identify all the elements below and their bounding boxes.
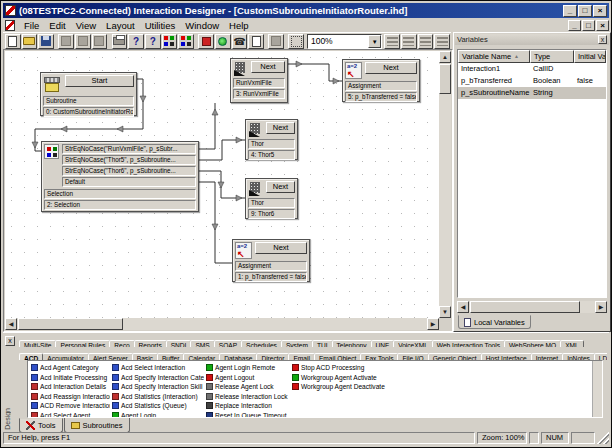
align-center-button[interactable]	[401, 34, 417, 49]
debug-button[interactable]	[248, 34, 264, 49]
publish-button[interactable]	[268, 34, 284, 49]
doc-minimize-button[interactable]: _	[568, 20, 581, 31]
grid-button[interactable]	[288, 34, 304, 49]
node-type-row[interactable]: Subroutine	[43, 96, 134, 106]
title-bar[interactable]: (08TESTPC2-Connected) Interaction Design…	[3, 3, 609, 18]
palette-item[interactable]: Acd Agent Category	[31, 363, 110, 373]
menu-view[interactable]: View	[71, 19, 101, 32]
node-label-row[interactable]: 4: Thor5	[248, 150, 295, 160]
node-run-vxml-file[interactable]: Next RunVxmlFile 3: RunVxmlFile	[230, 58, 288, 103]
node-type-row[interactable]: Thor	[248, 198, 295, 208]
palette-tab[interactable]: Web Interaction Tools	[432, 340, 505, 347]
palette-item[interactable]: Acd Select Interaction	[112, 363, 204, 373]
palette-item[interactable]: Acd Select Agent	[31, 411, 110, 419]
selection-case-row[interactable]: StrEqNoCase("Thor6", p_sSubroutine...	[62, 166, 196, 176]
palette-tab[interactable]: Email	[288, 353, 315, 360]
palette-tab[interactable]: File I/O	[397, 353, 428, 360]
toolbox-button[interactable]	[162, 34, 178, 49]
canvas-horizontal-scrollbar[interactable]: ◀ ▶	[5, 318, 439, 330]
selection-case-row[interactable]: Default	[62, 177, 196, 187]
variable-row[interactable]: Interaction1 CallID	[458, 63, 606, 75]
doc-restore-button[interactable]: □	[582, 20, 595, 31]
palette-item[interactable]: Acd Reassign Interaction	[31, 392, 110, 402]
palette-tab[interactable]: Personal Rules	[55, 340, 110, 347]
align-top-button[interactable]	[418, 34, 434, 49]
node-type-row[interactable]: Selection	[44, 189, 196, 199]
palette-tab[interactable]: Multi-Site	[19, 340, 56, 347]
palette-item[interactable]: Acd Specify Interaction Category	[112, 373, 204, 383]
next-exit-button[interactable]: Next	[255, 242, 307, 254]
palette-item[interactable]: Release Interaction Lock	[206, 392, 291, 402]
align-left-button[interactable]	[384, 34, 400, 49]
menu-edit[interactable]: Edit	[44, 19, 70, 32]
doc-close-button[interactable]: ×	[596, 20, 609, 31]
palette-item[interactable]: Acd Specify Interaction Skill	[112, 382, 204, 392]
column-header-initial-value[interactable]: Initial Value	[574, 50, 606, 63]
help-button[interactable]: ?	[128, 34, 144, 49]
palette-tab[interactable]: LDAP	[594, 353, 607, 360]
palette-tab[interactable]: VoiceXML	[393, 340, 433, 347]
run-button[interactable]	[215, 34, 231, 49]
palette-item[interactable]: Agent Logout	[206, 373, 291, 383]
node-type-row[interactable]: RunVxmlFile	[233, 78, 285, 88]
new-document-button[interactable]	[5, 34, 21, 49]
palette-tab[interactable]: UNF	[371, 340, 395, 347]
node-selection[interactable]: StrEqNoCase("RunVxmlFile", p_sSubr...Str…	[41, 141, 199, 212]
palette-tab[interactable]: Director	[256, 353, 289, 360]
align-bottom-button[interactable]	[434, 34, 450, 49]
palette-tab[interactable]: System	[281, 340, 313, 347]
print-button[interactable]	[112, 34, 128, 49]
variables-panel-titlebar[interactable]: Variables x	[455, 34, 609, 45]
resize-grip[interactable]	[597, 432, 609, 444]
scroll-up-icon[interactable]: ▲	[439, 51, 451, 63]
selection-case-row[interactable]: StrEqNoCase("RunVxmlFile", p_sSubr...	[62, 144, 196, 154]
palette-tab[interactable]: XML	[560, 340, 584, 347]
palette-tab[interactable]: Internet	[531, 353, 563, 360]
palette-tab[interactable]: Alert Server	[88, 353, 133, 360]
node-label-row[interactable]: 2: Selection	[44, 200, 196, 210]
palette-item[interactable]: Acd Interaction Details	[31, 382, 110, 392]
palette-tab[interactable]: Email Object	[314, 353, 361, 360]
variables-horizontal-scrollbar[interactable]: ◀ ▶	[457, 301, 607, 313]
scroll-right-icon[interactable]: ▶	[427, 318, 439, 330]
copy-button[interactable]	[75, 34, 91, 49]
canvas-vertical-scrollbar[interactable]: ▲ ▼	[439, 51, 451, 318]
flow-canvas[interactable]: Start Subroutine 0: CustomSubroutineInit…	[5, 51, 439, 318]
node-type-row[interactable]: Thor	[248, 139, 295, 149]
menu-layout[interactable]: Layout	[101, 19, 140, 32]
vertical-scroll-thumb[interactable]	[439, 64, 451, 94]
call-button[interactable]: ☎	[232, 34, 248, 49]
node-label-row[interactable]: 1: p_bTransferred = false	[235, 272, 307, 282]
node-label-row[interactable]: 0: CustomSubroutineInitiatorRouter	[43, 107, 134, 117]
menu-file[interactable]: File	[19, 19, 44, 32]
scroll-right-icon[interactable]: ▶	[595, 301, 607, 313]
node-thor5[interactable]: Next Thor 4: Thor5	[245, 119, 298, 160]
node-type-row[interactable]: Assignment	[345, 81, 417, 91]
palette-tab[interactable]: Buffer	[157, 353, 184, 360]
node-label-row[interactable]: 9: Thor6	[248, 209, 295, 219]
node-type-row[interactable]: Assignment	[235, 261, 307, 271]
scroll-left-icon[interactable]: ◀	[457, 301, 469, 313]
document-icon[interactable]	[5, 20, 15, 31]
palette-tab[interactable]: Database	[219, 353, 257, 360]
node-thor6[interactable]: Next Thor 9: Thor6	[245, 178, 298, 219]
palette-tab[interactable]: Reports	[134, 340, 167, 347]
selection-case-row[interactable]: StrEqNoCase("Thor5", p_sSubroutine...	[62, 155, 196, 165]
minimize-button[interactable]: _	[563, 5, 577, 17]
close-icon[interactable]: x	[598, 35, 607, 44]
palette-item[interactable]: Release Agent Lock	[206, 382, 291, 392]
tab-local-variables[interactable]: Local Variables	[458, 315, 531, 329]
palette-tab[interactable]: ACD	[19, 353, 43, 360]
palette-tab[interactable]: SNDI	[166, 340, 192, 347]
node-start[interactable]: Start Subroutine 0: CustomSubroutineInit…	[40, 72, 137, 116]
palette-item[interactable]: Acd Statistics (Interaction)	[112, 392, 204, 402]
node-label-row[interactable]: 5: p_bTransferred = false	[345, 92, 417, 102]
palette-item[interactable]: ACD Remove Interaction Skill	[31, 401, 110, 411]
menu-utilities[interactable]: Utilities	[140, 19, 181, 32]
variable-row[interactable]: p_bTransferred Boolean false	[458, 75, 606, 87]
palette-item[interactable]: Stop ACD Processing	[292, 363, 392, 373]
palette-tab[interactable]: Accumulator	[42, 353, 89, 360]
node-assignment-1[interactable]: a=2↖ Next Assignment 1: p_bTransferred =…	[232, 239, 310, 282]
chevron-down-icon[interactable]: ▼	[368, 35, 381, 48]
palette-item[interactable]: Workgroup Agent Activate	[292, 373, 392, 383]
